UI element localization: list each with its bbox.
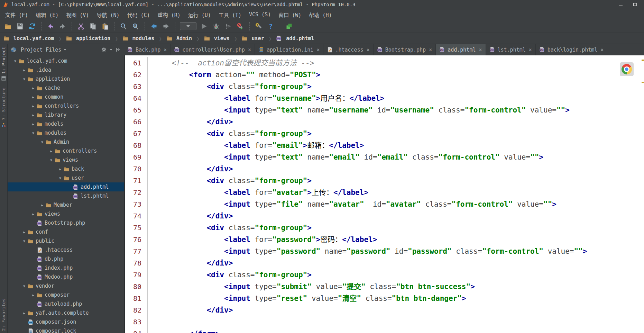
find-icon[interactable]	[119, 22, 128, 31]
breadcrumb-item[interactable]: Admin	[166, 35, 192, 42]
chevron-right-icon[interactable]: ▶	[21, 230, 28, 234]
tree-row[interactable]: ▼Admin	[8, 137, 124, 146]
collapse-all-icon[interactable]	[116, 47, 121, 52]
line-number[interactable]: 66	[125, 116, 148, 128]
chevron-right-icon[interactable]: ▶	[39, 203, 46, 207]
breadcrumb-item[interactable]: phpadd.phtml	[276, 35, 314, 42]
line-number[interactable]: 79	[125, 269, 148, 281]
coverage-icon[interactable]	[224, 22, 233, 31]
line-number[interactable]: 72	[125, 187, 148, 198]
editor-tab[interactable]: .htaccess×	[323, 44, 373, 55]
line-number[interactable]: 68	[125, 140, 148, 151]
tree-row[interactable]: phplst.phtml	[8, 191, 124, 200]
editor-tab[interactable]: phplst.phtml×	[486, 44, 536, 55]
menu-item[interactable]: 文件 (F)	[1, 10, 32, 19]
replace-icon[interactable]: A	[131, 22, 140, 31]
tree-row[interactable]: ▶back	[8, 164, 124, 173]
chevron-right-icon[interactable]: ▶	[21, 68, 28, 72]
run-config-dropdown[interactable]	[180, 22, 196, 30]
chevron-right-icon[interactable]: ▶	[30, 122, 37, 126]
tree-row[interactable]: phpBootstrap.php	[8, 218, 124, 227]
line-number[interactable]: 78	[125, 257, 148, 269]
close-icon[interactable]: ×	[429, 47, 432, 53]
breadcrumb-item[interactable]: local.yaf.com	[3, 35, 54, 42]
tool-window-button[interactable]: 2: Favorites	[1, 298, 6, 331]
close-icon[interactable]: ×	[248, 47, 251, 53]
help-icon[interactable]: ?	[266, 22, 275, 31]
line-number[interactable]: 75	[125, 222, 148, 234]
tree-row[interactable]: ▼public	[8, 236, 124, 245]
tree-row[interactable]: JSONcomposer.json	[8, 317, 124, 326]
chevron-right-icon[interactable]: ▶	[57, 167, 64, 171]
tool-window-button[interactable]: 1: Project	[1, 47, 6, 82]
tree-row[interactable]: ▼application	[8, 74, 124, 83]
line-number[interactable]: 65	[125, 104, 148, 116]
error-stripe-mark[interactable]	[642, 82, 644, 83]
close-icon[interactable]: ×	[367, 47, 370, 53]
tool-window-button[interactable]: 7: Structure	[1, 88, 6, 128]
line-number[interactable]: 76	[125, 234, 148, 245]
tree-row[interactable]: .htaccess	[8, 245, 124, 254]
chevron-down-icon[interactable]: ▼	[21, 239, 28, 243]
tree-row[interactable]: ▼views	[8, 155, 124, 164]
tree-row[interactable]: ▶conf	[8, 227, 124, 236]
save-icon[interactable]	[16, 22, 25, 31]
tree-row[interactable]: ▼vendor	[8, 281, 124, 290]
line-number[interactable]: 83	[125, 316, 148, 328]
breadcrumb-item[interactable]: modules	[122, 35, 154, 42]
tree-row[interactable]: phpdb.php	[8, 254, 124, 263]
chevron-right-icon[interactable]: ▶	[30, 104, 37, 108]
editor-tab[interactable]: phpadd.phtml×	[436, 44, 486, 55]
editor-tab[interactable]: phpcontrollers\User.php×	[171, 44, 255, 55]
line-number[interactable]: 80	[125, 281, 148, 292]
editor-tab[interactable]: phpBootstrap.php×	[374, 44, 436, 55]
cut-icon[interactable]	[76, 22, 85, 31]
tree-row[interactable]: phpMedoo.php	[8, 272, 124, 281]
tree-row[interactable]: phpautoload.php	[8, 299, 124, 308]
stop-icon[interactable]	[236, 22, 245, 31]
breadcrumb-item[interactable]: user	[242, 35, 264, 42]
line-number[interactable]: 71	[125, 175, 148, 187]
line-number[interactable]: 62	[125, 69, 148, 81]
menu-item[interactable]: 导航 (N)	[93, 10, 123, 19]
line-number[interactable]: 67	[125, 128, 148, 140]
chevron-down-icon[interactable]: ▼	[48, 158, 55, 162]
gear-icon[interactable]	[101, 47, 107, 52]
maximize-button[interactable]	[628, 1, 642, 8]
chevron-right-icon[interactable]: ▶	[30, 113, 37, 117]
chevron-down-icon[interactable]: ▼	[57, 176, 64, 180]
menu-item[interactable]: 帮助 (H)	[305, 10, 335, 19]
editor-tab[interactable]: phpback\login.phtml×	[536, 44, 608, 55]
breadcrumb-item[interactable]: application	[66, 35, 110, 42]
menu-item[interactable]: 视图 (V)	[62, 10, 93, 19]
back-icon[interactable]	[149, 22, 158, 31]
tree-row[interactable]: ▶.idea	[8, 65, 124, 74]
run-icon[interactable]	[200, 22, 209, 31]
menu-item[interactable]: 窗口 (W)	[275, 10, 305, 19]
line-number[interactable]: 69	[125, 151, 148, 163]
line-number[interactable]: 64	[125, 92, 148, 104]
paste-icon[interactable]	[101, 22, 110, 31]
tree-row[interactable]: ▶controllers	[8, 146, 124, 155]
editor-tab[interactable]: application.ini×	[255, 44, 324, 55]
close-icon[interactable]: ×	[529, 47, 532, 53]
sync-icon[interactable]	[28, 22, 37, 31]
project-view-selector[interactable]: Project Files	[21, 47, 61, 53]
line-number[interactable]: 82	[125, 304, 148, 316]
menu-item[interactable]: 代码 (C)	[123, 10, 154, 19]
tree-row[interactable]: ▼local.yaf.com	[8, 56, 124, 65]
chevron-down-icon[interactable]: ▼	[12, 59, 19, 63]
chevron-down-icon[interactable]: ▼	[21, 77, 28, 81]
forward-icon[interactable]	[162, 22, 171, 31]
tree-row[interactable]: ▼user	[8, 173, 124, 182]
tree-row[interactable]: phpadd.phtml	[8, 182, 124, 191]
menu-item[interactable]: 重构 (R)	[154, 10, 184, 19]
tree-row[interactable]: ▶Member	[8, 200, 124, 209]
tree-row[interactable]: ▶composer	[8, 290, 124, 299]
redo-icon[interactable]	[58, 22, 67, 31]
line-number[interactable]: 61	[125, 57, 148, 69]
code-editor[interactable]: 61 <!-- action留空代表提交当前方法 -->62 <form act…	[124, 55, 644, 333]
tree-row[interactable]: composer.lock	[8, 326, 124, 333]
chevron-down-icon[interactable]: ▼	[21, 284, 28, 288]
tree-row[interactable]: ▼modules	[8, 128, 124, 137]
